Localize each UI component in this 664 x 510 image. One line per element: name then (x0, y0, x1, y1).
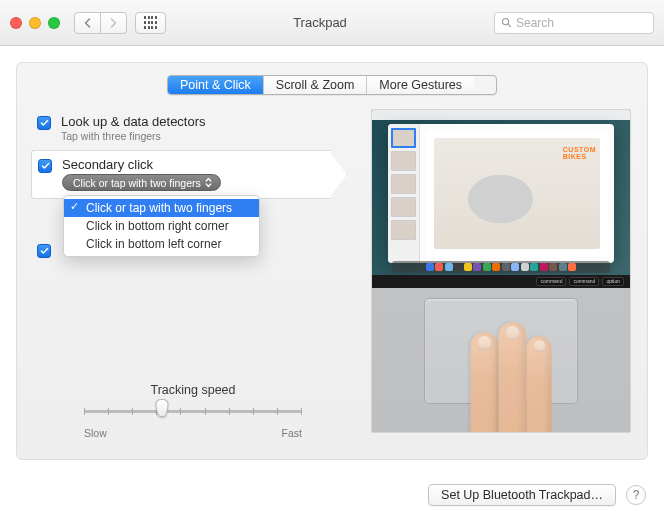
option-lookup-label: Look up & data detectors (61, 114, 206, 129)
secondary-click-selected: Click or tap with two fingers (73, 177, 201, 189)
slider-max-label: Fast (282, 427, 302, 439)
preview-hero-text: CUSTOMBIKES (563, 146, 596, 161)
show-all-button[interactable] (135, 12, 166, 34)
option-secondary-click[interactable]: Secondary click Click or tap with two fi… (31, 150, 331, 199)
help-button[interactable]: ? (626, 485, 646, 505)
grid-icon (144, 16, 157, 29)
tracking-speed-slider[interactable] (84, 401, 302, 423)
footer: Set Up Bluetooth Trackpad… ? (0, 476, 664, 506)
gesture-preview: CUSTOMBIKES command command option (371, 109, 631, 433)
chevron-up-down-icon (205, 177, 212, 188)
back-button[interactable] (74, 12, 101, 34)
options-column: Look up & data detectors Tap with three … (33, 109, 353, 439)
secondary-click-dropdown-button[interactable]: Click or tap with two fingers (62, 174, 221, 191)
tab-scroll-and-zoom[interactable]: Scroll & Zoom (263, 76, 367, 94)
close-window-button[interactable] (10, 17, 22, 29)
checkbox-secondary-click[interactable] (38, 159, 52, 173)
minimize-window-button[interactable] (29, 17, 41, 29)
tracking-speed-label: Tracking speed (33, 383, 353, 397)
nav-buttons (74, 12, 127, 34)
toolbar: Trackpad Search (0, 0, 664, 46)
slider-min-label: Slow (84, 427, 107, 439)
preview-desktop: CUSTOMBIKES (372, 110, 630, 275)
tracking-speed-section: Tracking speed Slow Fast (33, 383, 353, 439)
zoom-window-button[interactable] (48, 17, 60, 29)
dropdown-option-two-fingers[interactable]: Click or tap with two fingers (64, 199, 259, 217)
checkbox-third[interactable] (37, 244, 51, 258)
forward-button[interactable] (101, 12, 127, 34)
tab-point-and-click[interactable]: Point & Click (168, 76, 263, 94)
tab-bar: Point & Click Scroll & Zoom More Gesture… (167, 75, 497, 95)
checkbox-lookup[interactable] (37, 116, 51, 130)
search-icon (501, 17, 512, 28)
preview-keyboard-strip: command command option (372, 275, 630, 288)
preview-app-window: CUSTOMBIKES (388, 124, 614, 263)
preview-dock (392, 261, 610, 273)
option-lookup-subtitle: Tap with three fingers (61, 130, 206, 142)
preview-hand (439, 318, 569, 433)
dropdown-option-bottom-left[interactable]: Click in bottom left corner (64, 235, 259, 253)
window-title: Trackpad (174, 15, 486, 30)
svg-line-1 (508, 24, 511, 27)
tab-more-gestures[interactable]: More Gestures (366, 76, 474, 94)
preview-trackpad-area (372, 288, 630, 433)
option-secondary-label: Secondary click (62, 157, 221, 172)
key-command-right: command (569, 277, 599, 286)
secondary-click-dropdown-menu: Click or tap with two fingers Click in b… (63, 195, 260, 257)
search-placeholder: Search (516, 16, 554, 30)
setup-bluetooth-trackpad-button[interactable]: Set Up Bluetooth Trackpad… (428, 484, 616, 506)
search-field[interactable]: Search (494, 12, 654, 34)
window-controls (10, 17, 60, 29)
key-command-left: command (536, 277, 566, 286)
option-lookup[interactable]: Look up & data detectors Tap with three … (33, 109, 353, 150)
preferences-panel: Point & Click Scroll & Zoom More Gesture… (16, 62, 648, 460)
key-option: option (602, 277, 624, 286)
dropdown-option-bottom-right[interactable]: Click in bottom right corner (64, 217, 259, 235)
